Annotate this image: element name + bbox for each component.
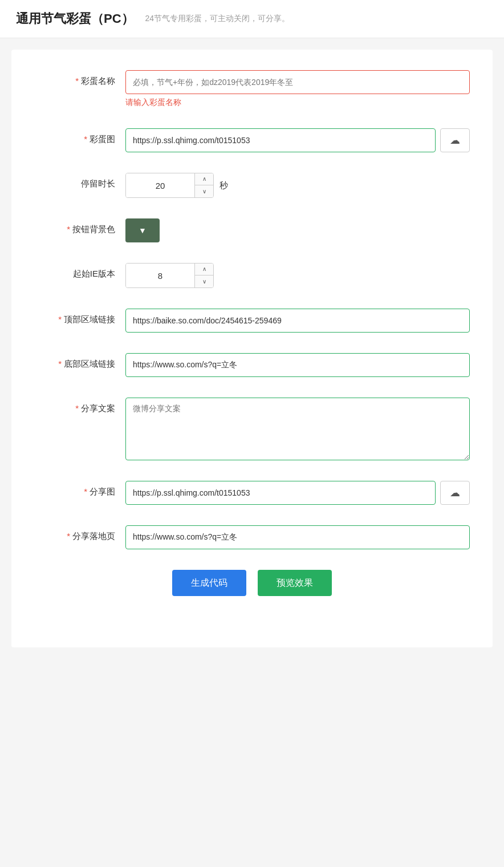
- row-duration: 停留时长 ∧ ∨ 秒: [34, 173, 470, 198]
- row-share-image: *分享图 ☁: [34, 481, 470, 505]
- ie-up-button[interactable]: ∧: [195, 264, 213, 276]
- required-star-color: *: [67, 224, 70, 234]
- page-subtitle: 24节气专用彩蛋，可主动关闭，可分享。: [145, 14, 290, 24]
- row-egg-image: *彩蛋图 ☁: [34, 128, 470, 152]
- share-image-upload-button[interactable]: ☁: [440, 481, 470, 505]
- content-egg-image: ☁: [125, 128, 470, 152]
- label-share-image: *分享图: [34, 481, 125, 497]
- row-button-bg-color: *按钮背景色 ▼: [34, 218, 470, 242]
- dropdown-arrow-icon: ▼: [139, 226, 147, 235]
- egg-name-input[interactable]: [125, 70, 470, 94]
- ie-spinner: ∧ ∨: [125, 263, 214, 288]
- egg-image-url-input[interactable]: [125, 128, 436, 152]
- duration-down-button[interactable]: ∨: [195, 185, 213, 197]
- duration-spinner: ∧ ∨: [125, 173, 214, 198]
- required-star-bottom-link: *: [58, 359, 62, 368]
- bottom-actions: 生成代码 预览效果: [34, 570, 470, 619]
- ie-arrows: ∧ ∨: [194, 264, 213, 287]
- ie-down-button[interactable]: ∨: [195, 276, 213, 287]
- required-star-top-link: *: [58, 314, 62, 324]
- page-header: 通用节气彩蛋（PC） 24节气专用彩蛋，可主动关闭，可分享。: [0, 0, 504, 38]
- content-share-image: ☁: [125, 481, 470, 505]
- top-link-input[interactable]: [125, 309, 470, 333]
- page-title: 通用节气彩蛋（PC）: [16, 10, 134, 27]
- label-top-link: *顶部区域链接: [34, 309, 125, 325]
- row-bottom-link: *底部区域链接: [34, 353, 470, 377]
- chevron-down-icon: ∨: [202, 279, 206, 285]
- content-share-text: [125, 398, 470, 460]
- generate-button[interactable]: 生成代码: [172, 570, 246, 596]
- required-star-share-text: *: [75, 403, 79, 413]
- chevron-up-icon: ∧: [202, 176, 206, 182]
- content-egg-name: 请输入彩蛋名称: [125, 70, 470, 108]
- row-share-landing: *分享落地页: [34, 525, 470, 549]
- row-egg-name: *彩蛋名称 请输入彩蛋名称: [34, 70, 470, 108]
- share-landing-input[interactable]: [125, 525, 470, 549]
- duration-up-button[interactable]: ∧: [195, 173, 213, 185]
- content-bottom-link: [125, 353, 470, 377]
- bottom-link-input[interactable]: [125, 353, 470, 377]
- content-top-link: [125, 309, 470, 333]
- share-image-input-group: ☁: [125, 481, 470, 505]
- egg-image-upload-button[interactable]: ☁: [440, 128, 470, 152]
- duration-spinner-wrap: ∧ ∨ 秒: [125, 173, 470, 198]
- label-share-landing: *分享落地页: [34, 525, 125, 542]
- ie-version-input[interactable]: [126, 264, 194, 287]
- label-egg-name: *彩蛋名称: [34, 70, 125, 87]
- color-dropdown-button[interactable]: ▼: [125, 218, 160, 242]
- share-text-textarea[interactable]: [125, 398, 470, 460]
- chevron-up-icon: ∧: [202, 266, 206, 272]
- label-bottom-link: *底部区域链接: [34, 353, 125, 370]
- preview-button[interactable]: 预览效果: [258, 570, 332, 596]
- duration-value-input[interactable]: [126, 173, 194, 197]
- required-star-share-landing: *: [67, 531, 70, 541]
- row-ie-version: 起始IE版本 ∧ ∨: [34, 263, 470, 288]
- share-image-url-input[interactable]: [125, 481, 436, 505]
- label-duration: 停留时长: [34, 173, 125, 189]
- content-button-bg-color: ▼: [125, 218, 470, 242]
- row-share-text: *分享文案: [34, 398, 470, 460]
- egg-image-input-group: ☁: [125, 128, 470, 152]
- label-egg-image: *彩蛋图: [34, 128, 125, 145]
- egg-name-error: 请输入彩蛋名称: [125, 98, 470, 108]
- row-top-link: *顶部区域链接: [34, 309, 470, 333]
- chevron-down-icon: ∨: [202, 189, 206, 195]
- duration-arrows: ∧ ∨: [194, 173, 213, 197]
- content-share-landing: [125, 525, 470, 549]
- label-button-bg-color: *按钮背景色: [34, 218, 125, 235]
- content-duration: ∧ ∨ 秒: [125, 173, 470, 198]
- label-ie-version: 起始IE版本: [34, 263, 125, 279]
- required-star-egg-image: *: [84, 134, 87, 144]
- ie-spinner-wrap: ∧ ∨: [125, 263, 470, 288]
- required-star-share-image: *: [84, 487, 87, 496]
- upload-cloud-icon-2: ☁: [450, 487, 460, 499]
- form-card: *彩蛋名称 请输入彩蛋名称 *彩蛋图 ☁ 停留时长: [11, 50, 493, 647]
- content-ie-version: ∧ ∨: [125, 263, 470, 288]
- duration-unit: 秒: [220, 180, 228, 191]
- label-share-text: *分享文案: [34, 398, 125, 414]
- required-star-egg-name: *: [75, 76, 79, 86]
- upload-cloud-icon: ☁: [450, 134, 460, 147]
